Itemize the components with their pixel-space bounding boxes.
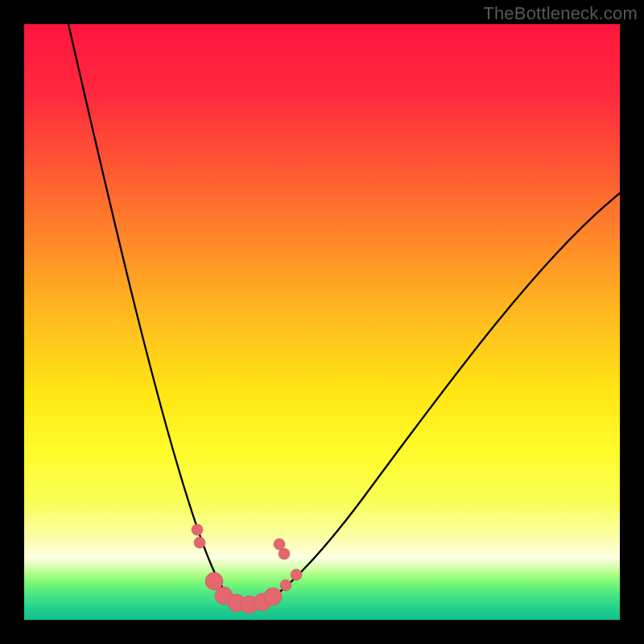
chart-frame: TheBottleneck.com <box>0 0 644 644</box>
marker-point <box>280 580 291 591</box>
gradient-background <box>24 24 620 620</box>
marker-point <box>264 588 282 605</box>
marker-point <box>194 537 205 548</box>
chart-svg <box>24 24 620 620</box>
marker-point <box>274 539 285 550</box>
marker-point <box>291 569 302 580</box>
watermark-label: TheBottleneck.com <box>483 3 638 24</box>
marker-point <box>192 524 203 535</box>
plot-area <box>24 24 620 620</box>
